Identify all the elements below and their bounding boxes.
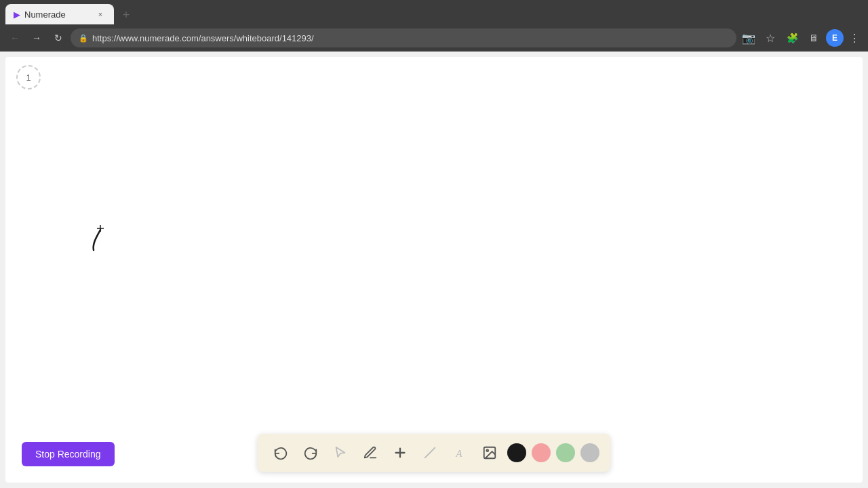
color-black[interactable] (507, 443, 526, 462)
address-text: https://www.numerade.com/answers/whitebo… (92, 33, 728, 43)
bookmark-button[interactable]: ☆ (761, 28, 780, 47)
color-gray[interactable] (580, 443, 599, 462)
svg-text:A: A (456, 448, 462, 459)
back-button[interactable]: ← (5, 28, 24, 47)
tab-close-button[interactable]: × (95, 9, 106, 20)
pen-tool-button[interactable] (358, 441, 382, 465)
undo-button[interactable] (269, 441, 293, 465)
refresh-button[interactable]: ↻ (49, 28, 68, 47)
cast-button[interactable]: 📷 (739, 28, 758, 47)
lock-icon: 🔒 (79, 34, 88, 43)
whiteboard[interactable]: 1 Stop Recording (5, 57, 863, 483)
drawing-canvas (5, 57, 863, 483)
new-tab-button[interactable]: + (117, 5, 136, 24)
extensions-button[interactable]: 🧩 (783, 28, 802, 47)
profile-button[interactable]: E (826, 29, 844, 47)
toolbar-actions: 📷 ☆ 🧩 🖥 E ⋮ (739, 28, 863, 47)
stop-recording-button[interactable]: Stop Recording (22, 442, 115, 466)
redo-button[interactable] (298, 441, 323, 465)
address-bar[interactable]: 🔒 https://www.numerade.com/answers/white… (71, 28, 736, 47)
drawing-toolbar: A (258, 434, 610, 472)
add-element-button[interactable] (388, 441, 412, 465)
tab-bar: ▶ Numerade × + (0, 0, 868, 24)
image-tool-button[interactable] (477, 441, 502, 465)
forward-button[interactable]: → (27, 28, 46, 47)
more-button[interactable]: ⋮ (846, 29, 863, 47)
eraser-tool-button[interactable] (418, 441, 442, 465)
content-area: 1 Stop Recording (0, 52, 868, 488)
display-button[interactable]: 🖥 (804, 28, 823, 47)
color-green[interactable] (556, 443, 575, 462)
tab-title: Numerade (24, 9, 66, 20)
svg-line-4 (425, 448, 435, 458)
tab-favicon: ▶ (14, 9, 20, 20)
select-tool-button[interactable] (328, 441, 353, 465)
color-pink[interactable] (532, 443, 551, 462)
text-tool-button[interactable]: A (448, 441, 472, 465)
active-tab[interactable]: ▶ Numerade × (5, 4, 114, 24)
browser-toolbar: ← → ↻ 🔒 https://www.numerade.com/answers… (0, 24, 868, 52)
browser-frame: ▶ Numerade × + ← → ↻ 🔒 https://www.numer… (0, 0, 868, 488)
svg-point-7 (486, 449, 488, 451)
